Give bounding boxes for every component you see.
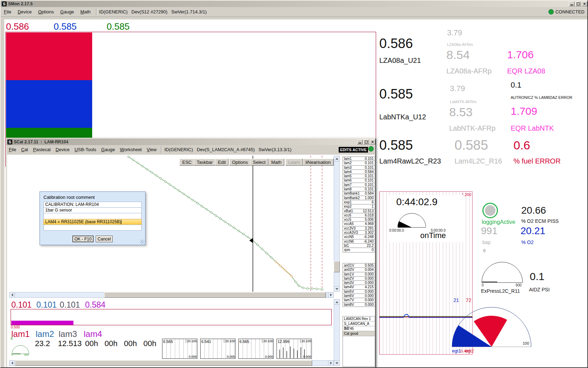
channel-value: 0.000 [365,281,374,285]
menu-options[interactable]: Options [35,8,57,16]
plot-vscroll-down-icon[interactable] [334,286,340,292]
eqr-lza08-value: 1.706 [507,49,534,61]
egt1-value: 21 [453,297,459,303]
channel-row[interactable]: vcc5 5.006 [343,217,375,222]
channel-row[interactable]: bt1 23.2 [343,243,375,248]
smon-titlebar[interactable]: S SMon 2.17.5 ✕ [1,1,587,7]
cancel-button[interactable]: Cancel [96,236,113,242]
channel-value: 4.968 [365,222,374,226]
scal-menu-pastecal[interactable]: Pastecal [30,146,53,153]
channel-row[interactable]: lam1 0.101 [343,156,375,161]
channel-row[interactable]: vcc3V3 3.291 [343,226,375,231]
plot-hscroll-left-icon[interactable] [9,292,15,298]
linearisation-button[interactable]: liNearisation [303,159,334,166]
comment-line-1[interactable]: CALIBRATION: LAM-RR104 [43,202,142,208]
scal-menu-cal[interactable]: Cal [19,146,31,153]
channel-row[interactable]: lam5 0.101 [343,174,375,178]
channel-row[interactable]: vccA5 4.968 [343,221,375,226]
esc-button[interactable]: ESC [179,159,195,166]
plot-hscroll-thumb[interactable] [104,292,326,298]
math-button[interactable]: Math [268,159,284,166]
menu-device[interactable]: Device [14,8,35,16]
options-button[interactable]: Options [229,159,251,166]
scal-menu-usb-tools[interactable]: USB-Tools [72,146,99,153]
lower-vscrollbar[interactable] [334,299,340,366]
channel-row[interactable]: lam7 0.101 [343,183,375,187]
channel-row[interactable]: lam3V 0.000 [343,280,375,285]
express-gauge-max: 500 [516,283,522,287]
select-button[interactable]: Select [250,159,268,166]
scal-menu-worksheet[interactable]: Worksheet [118,146,144,153]
channel-row[interactable]: lamBank1 0.584 [343,191,375,196]
channel-row[interactable]: exp2 1 [343,204,375,209]
channel-label: lam6V [344,294,354,298]
channel-row[interactable]: lam2 0.101 [343,161,375,165]
comment-line-3[interactable] [43,213,142,219]
close-button[interactable]: ✕ [582,1,587,6]
channel-row[interactable]: vcc6 6.018 [343,213,375,218]
comment-line-5[interactable] [43,225,142,231]
maximize-button[interactable] [575,1,581,6]
smon-window: S SMon 2.17.5 ✕ File Device Options Gaug… [0,0,588,368]
channel-row[interactable]: lam6V 0.000 [343,293,375,298]
ok-button[interactable]: OK - F10 [72,236,94,242]
scal-close-button[interactable]: ✕ [370,140,375,144]
bottom-hscroll-right-icon[interactable] [328,360,334,366]
minimize-button[interactable] [569,1,575,6]
learn-button[interactable]: Learn [285,159,303,166]
channel-row[interactable]: vccA3V3 3.302 [343,230,375,235]
scal-menu-view[interactable]: View [144,146,159,153]
plot-vscroll-up-icon[interactable] [334,156,340,161]
scal-maximize-button[interactable] [363,140,369,144]
channel-row[interactable]: lam8V 0.000 [343,302,375,307]
channel-row[interactable]: an02V 0.004 [343,267,375,272]
lam4l2c-label: Lam4L2C_R16 [455,157,502,165]
lower-vscroll-down-icon[interactable] [334,360,340,366]
channel-row[interactable]: vBat1 12.513 [343,209,375,213]
channel-value: 0.101 [365,178,374,183]
dialog-resize-grip[interactable] [140,240,144,244]
channel-row[interactable]: exp1 6 [343,200,375,204]
channel-row[interactable]: lam6 0.101 [343,178,375,183]
channel-value: 0.000 [365,294,374,298]
channel-row[interactable]: lam7V 0.000 [343,298,375,302]
channel-row[interactable]: vccN6 -6.240 [343,239,375,244]
scal-titlebar[interactable]: S SCal 2.17.11 : LAM-RR104 ✕ [6,138,375,145]
menu-file[interactable]: File [1,8,14,16]
channel-row[interactable]: vccN5 -6.248 [343,235,375,239]
channel-row[interactable]: lam1V 0.000 [343,272,375,277]
channel-row[interactable]: lam2V 0.000 [343,276,375,281]
bottom-hscroll-thumb[interactable] [15,360,312,366]
channel-row[interactable]: lam4V 4.215 [343,285,375,289]
comment-line-2[interactable]: 1bar G sensor [43,207,142,213]
lower-vscroll-up-icon[interactable] [334,299,340,305]
channel-label: lam5 [344,174,352,178]
scal-menu-device[interactable]: Device [53,146,72,153]
scal-menu-file[interactable]: File [6,146,19,153]
channel-row[interactable]: lamBank2 1.000 [343,196,375,200]
plot-vscroll-thumb[interactable] [334,261,340,272]
channel-row[interactable]: lam8 0.101 [343,187,375,191]
channel-row[interactable]: lam5V 0.000 [343,289,375,294]
aidz-value: 0.1 [530,271,545,283]
channel-row[interactable]: lam4 0.584 [343,170,375,174]
channel-row[interactable]: rpm 0 [343,248,375,252]
taskbar-button[interactable]: Taskbar [194,159,216,166]
menu-math[interactable]: Math [77,8,94,16]
comment-line-4-active[interactable]: LAM4 = RR311025E (base RR311025B) [43,219,142,225]
menu-gauge[interactable]: Gauge [57,8,77,16]
labntk-afrm-value: 3.79 [450,84,465,93]
ontime-gauge [398,212,426,228]
scal-minimize-button[interactable] [357,140,363,144]
vbat-readout: 12.513 [58,339,82,348]
bt1-readout: 23.2 [35,339,50,348]
plot-hscroll-right-icon[interactable] [328,292,334,298]
channel-row[interactable]: an01V 0.505 [343,263,375,268]
scal-menu-gauge[interactable]: Gauge [99,146,118,153]
egt-gauge [451,304,533,348]
eqr-labntk-value: 1.709 [511,105,537,117]
edit-button[interactable]: Edit [215,159,228,166]
channel-label: rpm [344,248,350,252]
channel-row[interactable]: lam3 0.101 [343,165,375,170]
bottom-hscroll-left-icon[interactable] [9,360,15,366]
